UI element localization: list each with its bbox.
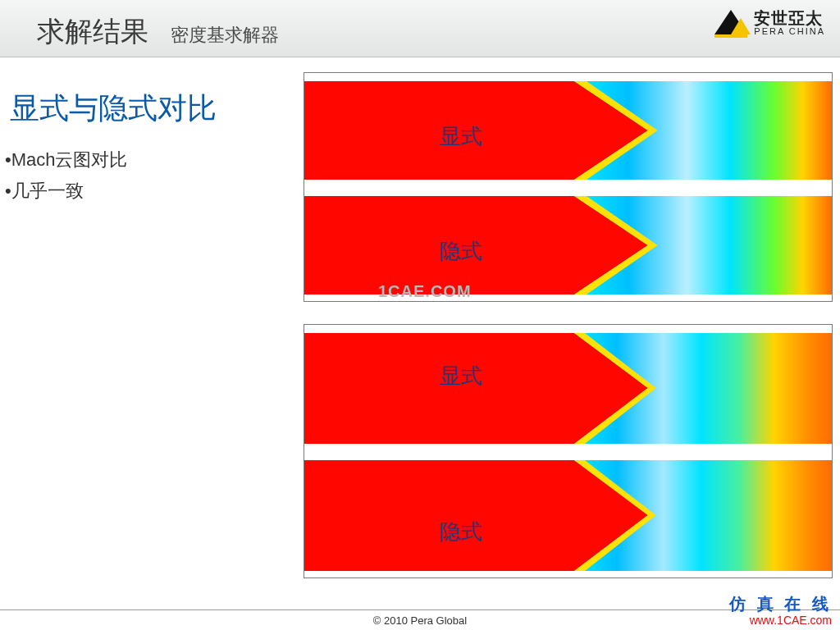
section-heading: 显式与隐式对比 xyxy=(10,89,217,129)
bullet-mach: •Mach云图对比 xyxy=(5,148,128,172)
plot-group-first-order: ➢一阶 显式 隐式 1CAE.COM xyxy=(304,72,833,302)
contour-icon xyxy=(304,333,832,444)
contour-icon xyxy=(304,81,832,180)
slide: 求解结果 密度基求解器 安世亞太 PERA CHINA 显式与隐式对比 •Mac… xyxy=(0,0,840,630)
contour-icon xyxy=(304,460,832,571)
label-implicit: 隐式 xyxy=(440,518,482,546)
plot-second-explicit xyxy=(304,333,832,444)
secondary-brand: 仿 真 在 线 www.1CAE.com xyxy=(729,595,832,627)
plot-first-implicit xyxy=(304,196,832,294)
brand-logo: 安世亞太 PERA CHINA xyxy=(714,10,825,38)
footer-divider xyxy=(0,609,840,610)
page-title: 求解结果 xyxy=(37,13,148,51)
secondary-brand-url: www.1CAE.com xyxy=(729,614,832,627)
bullet-consistent: •几乎一致 xyxy=(5,179,84,203)
header-bar: 求解结果 密度基求解器 安世亞太 PERA CHINA xyxy=(0,0,840,57)
page-subtitle: 密度基求解器 xyxy=(171,23,279,48)
brand-mark-icon xyxy=(714,10,747,38)
brand-name-en: PERA CHINA xyxy=(754,27,825,37)
secondary-brand-cn: 仿 真 在 线 xyxy=(729,595,832,614)
plot-first-explicit xyxy=(304,81,832,180)
watermark: 1CAE.COM xyxy=(378,282,472,301)
contour-icon xyxy=(304,196,832,294)
plot-group-second-order: ➢二阶 显式 隐式 xyxy=(304,324,833,578)
plot-second-implicit xyxy=(304,460,832,571)
brand-name-cn: 安世亞太 xyxy=(754,10,825,27)
label-explicit: 显式 xyxy=(440,122,482,151)
label-implicit: 隐式 xyxy=(440,237,482,266)
footer-copyright: © 2010 Pera Global xyxy=(0,614,840,627)
label-explicit: 显式 xyxy=(440,362,482,390)
